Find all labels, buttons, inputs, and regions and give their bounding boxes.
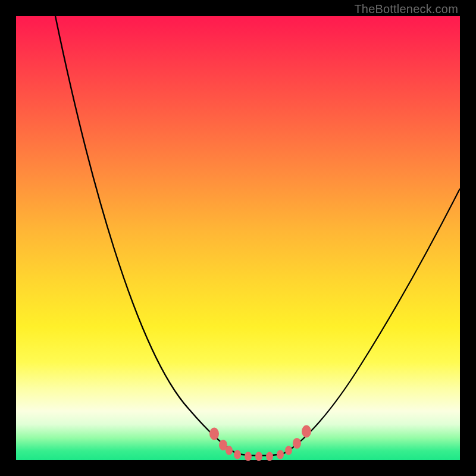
marker-dot: [266, 452, 273, 461]
marker-dot: [255, 452, 262, 461]
marker-dot: [302, 425, 311, 438]
curve-left-branch: [55, 16, 236, 453]
marker-dot: [285, 446, 292, 455]
plot-area: [16, 16, 460, 460]
chart-frame: TheBottleneck.com: [0, 0, 476, 476]
marker-dot: [277, 450, 284, 459]
marker-dot: [234, 450, 241, 459]
marker-group: [209, 425, 311, 461]
curve-right-branch: [284, 189, 460, 453]
marker-dot: [226, 446, 233, 455]
attribution-text: TheBottleneck.com: [354, 2, 458, 16]
bottleneck-curve: [16, 16, 460, 460]
marker-dot: [293, 438, 301, 449]
marker-dot: [245, 452, 252, 461]
marker-dot: [209, 428, 219, 440]
